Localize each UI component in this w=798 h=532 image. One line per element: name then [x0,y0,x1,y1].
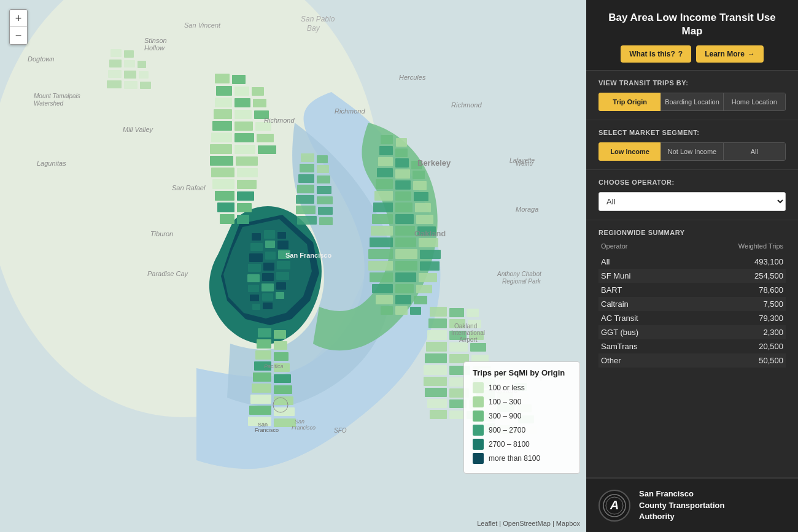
leaflet-link[interactable]: Leaflet [477,520,497,527]
svg-text:Tiburon: Tiburon [150,230,173,237]
svg-rect-25 [263,303,273,309]
svg-rect-181 [301,153,314,162]
weighted-trips-cell: 20,500 [684,339,786,353]
svg-rect-4 [264,230,275,239]
market-segment-label: SELECT MARKET SEGMENT: [598,129,786,136]
mapbox-link[interactable]: Mapbox [556,520,580,527]
svg-rect-145 [425,353,447,363]
legend-item-6: more than 8100 [473,453,571,464]
openstreetmap-link[interactable]: OpenStreetMap [503,520,551,527]
svg-rect-107 [210,144,232,154]
svg-rect-38 [413,181,427,190]
svg-rect-161 [449,411,464,419]
svg-rect-66 [376,295,393,304]
svg-text:Berkeley: Berkeley [417,158,451,168]
right-panel: Bay Area Low Income Transit Use Map What… [586,0,798,532]
svg-rect-49 [395,226,415,236]
svg-rect-113 [237,168,258,177]
svg-rect-127 [108,70,122,78]
svg-text:Stinson: Stinson [144,37,167,44]
svg-rect-114 [212,179,234,189]
svg-rect-86 [249,406,271,415]
svg-rect-36 [376,179,393,189]
not-low-income-button[interactable]: Not Low Income [660,142,722,161]
home-location-button[interactable]: Home Location [723,93,786,111]
svg-rect-154 [425,388,447,397]
svg-rect-18 [248,285,259,292]
legend-item-5: 2700 – 8100 [473,439,571,450]
svg-rect-54 [368,249,393,259]
operator-cell: Other [598,353,684,368]
svg-text:A: A [610,498,619,512]
table-row: SamTrans20,500 [598,339,786,353]
svg-text:Hollow: Hollow [144,44,165,52]
svg-rect-96 [234,98,250,107]
legend-label-1: 100 or less [489,384,525,392]
svg-text:San Rafael: San Rafael [172,184,206,191]
svg-rect-48 [371,226,393,236]
svg-rect-59 [420,261,440,271]
svg-rect-111 [236,156,258,166]
svg-rect-93 [234,87,249,96]
svg-rect-61 [395,272,416,282]
operator-section: CHOOSE OPERATOR: All SF Muni BART Caltra… [586,170,798,220]
svg-rect-65 [416,285,432,293]
svg-rect-14 [277,261,290,269]
svg-rect-115 [237,180,257,189]
svg-rect-27 [396,138,407,147]
svg-rect-53 [419,238,438,247]
svg-rect-104 [211,133,232,142]
svg-rect-16 [262,273,274,281]
col-weighted-trips: Weighted Trips [684,242,786,255]
svg-rect-133 [430,307,447,317]
table-row: Caltrain7,500 [598,297,786,311]
svg-rect-182 [317,155,328,163]
learn-more-button[interactable]: Learn More → [696,45,764,63]
svg-rect-75 [274,341,287,350]
svg-rect-139 [427,330,447,340]
svg-rect-112 [211,168,234,177]
svg-rect-40 [395,191,411,201]
svg-text:Airport: Airport [459,336,478,343]
svg-rect-95 [215,98,232,107]
svg-rect-184 [317,165,329,173]
svg-text:Richmond: Richmond [451,101,482,109]
svg-rect-6 [250,243,263,251]
what-is-this-button[interactable]: What is this? ? [621,45,691,63]
header-buttons: What is this? ? Learn More → [598,45,786,63]
svg-rect-187 [297,185,314,193]
map-attribution: Leaflet | OpenStreetMap | Mapbox [477,520,580,527]
svg-rect-67 [395,295,411,304]
svg-rect-20 [276,282,286,290]
boarding-location-button[interactable]: Boarding Location [660,93,722,111]
view-trips-buttons: Trip Origin Boarding Location Home Locat… [598,93,786,111]
svg-rect-12 [248,264,261,272]
svg-rect-186 [317,175,330,183]
panel-footer: A San FranciscoCounty TransportationAuth… [586,478,798,532]
legend-color-3 [473,411,484,422]
table-row: SF Muni254,500 [598,269,786,283]
svg-rect-37 [395,180,411,190]
svg-rect-8 [277,241,289,249]
low-income-button[interactable]: Low Income [598,142,660,161]
trip-origin-button[interactable]: Trip Origin [598,93,660,111]
svg-rect-118 [217,202,234,212]
zoom-in-button[interactable]: + [10,10,27,27]
legend-label-2: 100 – 300 [489,398,521,406]
summary-table: Operator Weighted Trips All493,100SF Mun… [598,242,786,368]
svg-text:Moraga: Moraga [516,206,538,213]
panel-title: Bay Area Low Income Transit Use Map [598,11,786,38]
svg-rect-90 [215,74,230,83]
learn-more-label: Learn More [705,50,745,58]
svg-rect-97 [253,99,266,107]
panel-header: Bay Area Low Income Transit Use Map What… [586,0,798,71]
all-segment-button[interactable]: All [723,142,786,161]
svg-text:Richmond: Richmond [335,107,365,115]
svg-text:Francisco: Francisco [292,425,316,431]
zoom-out-button[interactable]: − [10,27,27,44]
svg-rect-64 [395,284,414,293]
svg-text:Lagunitas: Lagunitas [37,160,66,167]
operator-select[interactable]: All SF Muni BART Caltrain AC Transit GGT… [598,192,786,211]
legend-label-5: 2700 – 8100 [489,440,530,449]
svg-text:San Vincent: San Vincent [184,21,221,29]
